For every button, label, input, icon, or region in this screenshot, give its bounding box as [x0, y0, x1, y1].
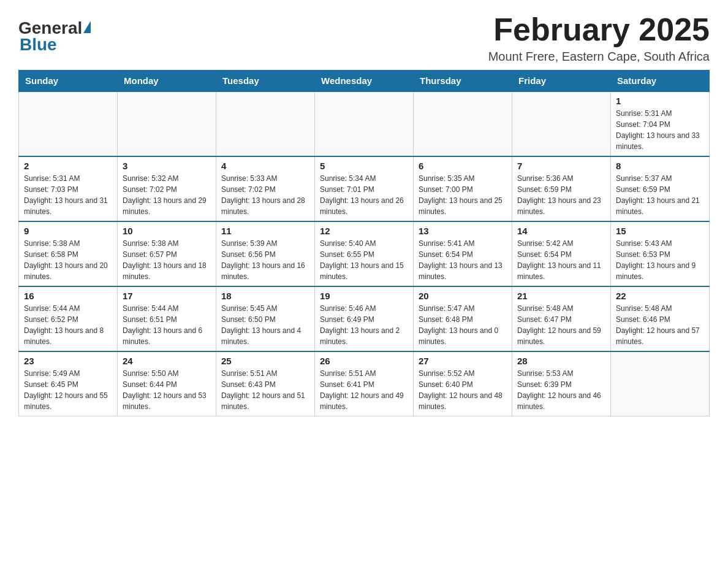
day-number: 28 [517, 356, 605, 366]
day-info: Sunrise: 5:46 AMSunset: 6:49 PMDaylight:… [320, 304, 400, 346]
day-info: Sunrise: 5:33 AMSunset: 7:02 PMDaylight:… [221, 174, 305, 216]
day-number: 27 [419, 356, 507, 366]
calendar-cell: 17Sunrise: 5:44 AMSunset: 6:51 PMDayligh… [118, 286, 216, 351]
day-number: 4 [221, 161, 309, 171]
day-number: 9 [24, 226, 112, 236]
day-info: Sunrise: 5:40 AMSunset: 6:55 PMDaylight:… [320, 239, 404, 281]
day-number: 26 [320, 356, 408, 366]
day-info: Sunrise: 5:31 AMSunset: 7:03 PMDaylight:… [24, 174, 108, 216]
day-number: 7 [517, 161, 605, 171]
day-info: Sunrise: 5:41 AMSunset: 6:54 PMDaylight:… [419, 239, 502, 281]
calendar-cell: 27Sunrise: 5:52 AMSunset: 6:40 PMDayligh… [414, 351, 512, 416]
header-day-saturday: Saturday [611, 71, 710, 92]
logo-triangle-icon [83, 21, 91, 33]
calendar-cell: 22Sunrise: 5:48 AMSunset: 6:46 PMDayligh… [611, 286, 710, 351]
calendar-week-2: 2Sunrise: 5:31 AMSunset: 7:03 PMDaylight… [19, 156, 710, 221]
header-day-friday: Friday [512, 71, 611, 92]
day-info: Sunrise: 5:47 AMSunset: 6:48 PMDaylight:… [419, 304, 498, 346]
calendar-cell: 2Sunrise: 5:31 AMSunset: 7:03 PMDaylight… [19, 156, 118, 221]
calendar-cell: 16Sunrise: 5:44 AMSunset: 6:52 PMDayligh… [19, 286, 118, 351]
day-number: 10 [123, 226, 211, 236]
calendar-table: SundayMondayTuesdayWednesdayThursdayFrid… [18, 70, 710, 416]
main-title: February 2025 [488, 12, 710, 47]
calendar-cell: 6Sunrise: 5:35 AMSunset: 7:00 PMDaylight… [414, 156, 512, 221]
header-day-wednesday: Wednesday [315, 71, 414, 92]
day-info: Sunrise: 5:34 AMSunset: 7:01 PMDaylight:… [320, 174, 404, 216]
day-number: 17 [123, 291, 211, 301]
calendar-cell: 10Sunrise: 5:38 AMSunset: 6:57 PMDayligh… [118, 221, 216, 286]
day-number: 23 [24, 356, 112, 366]
day-info: Sunrise: 5:50 AMSunset: 6:44 PMDaylight:… [123, 369, 207, 411]
day-number: 13 [419, 226, 507, 236]
day-info: Sunrise: 5:31 AMSunset: 7:04 PMDaylight:… [616, 109, 700, 151]
day-number: 20 [419, 291, 507, 301]
day-number: 12 [320, 226, 408, 236]
day-info: Sunrise: 5:38 AMSunset: 6:58 PMDaylight:… [24, 239, 108, 281]
day-number: 16 [24, 291, 112, 301]
calendar-cell: 25Sunrise: 5:51 AMSunset: 6:43 PMDayligh… [216, 351, 315, 416]
calendar-cell: 13Sunrise: 5:41 AMSunset: 6:54 PMDayligh… [414, 221, 512, 286]
calendar-week-3: 9Sunrise: 5:38 AMSunset: 6:58 PMDaylight… [19, 221, 710, 286]
page-header: General Blue February 2025 Mount Frere, … [18, 12, 710, 64]
calendar-cell: 4Sunrise: 5:33 AMSunset: 7:02 PMDaylight… [216, 156, 315, 221]
calendar-cell: 18Sunrise: 5:45 AMSunset: 6:50 PMDayligh… [216, 286, 315, 351]
day-info: Sunrise: 5:49 AMSunset: 6:45 PMDaylight:… [24, 369, 108, 411]
calendar-cell: 9Sunrise: 5:38 AMSunset: 6:58 PMDaylight… [19, 221, 118, 286]
calendar-cell [118, 91, 216, 156]
calendar-cell: 7Sunrise: 5:36 AMSunset: 6:59 PMDaylight… [512, 156, 611, 221]
day-info: Sunrise: 5:35 AMSunset: 7:00 PMDaylight:… [419, 174, 502, 216]
day-number: 24 [123, 356, 211, 366]
calendar-cell [512, 91, 611, 156]
day-number: 19 [320, 291, 408, 301]
day-info: Sunrise: 5:44 AMSunset: 6:52 PMDaylight:… [24, 304, 104, 346]
day-number: 1 [616, 96, 704, 106]
calendar-week-1: 1Sunrise: 5:31 AMSunset: 7:04 PMDaylight… [19, 91, 710, 156]
calendar-cell: 28Sunrise: 5:53 AMSunset: 6:39 PMDayligh… [512, 351, 611, 416]
calendar-cell: 11Sunrise: 5:39 AMSunset: 6:56 PMDayligh… [216, 221, 315, 286]
day-number: 6 [419, 161, 507, 171]
calendar-cell: 12Sunrise: 5:40 AMSunset: 6:55 PMDayligh… [315, 221, 414, 286]
day-info: Sunrise: 5:45 AMSunset: 6:50 PMDaylight:… [221, 304, 301, 346]
logo: General Blue [18, 12, 91, 55]
day-info: Sunrise: 5:53 AMSunset: 6:39 PMDaylight:… [517, 369, 601, 411]
day-info: Sunrise: 5:32 AMSunset: 7:02 PMDaylight:… [123, 174, 207, 216]
day-info: Sunrise: 5:38 AMSunset: 6:57 PMDaylight:… [123, 239, 207, 281]
calendar-cell: 19Sunrise: 5:46 AMSunset: 6:49 PMDayligh… [315, 286, 414, 351]
day-number: 15 [616, 226, 704, 236]
day-info: Sunrise: 5:36 AMSunset: 6:59 PMDaylight:… [517, 174, 601, 216]
day-info: Sunrise: 5:48 AMSunset: 6:47 PMDaylight:… [517, 304, 601, 346]
calendar-cell: 8Sunrise: 5:37 AMSunset: 6:59 PMDaylight… [611, 156, 710, 221]
calendar-cell: 21Sunrise: 5:48 AMSunset: 6:47 PMDayligh… [512, 286, 611, 351]
calendar-cell: 23Sunrise: 5:49 AMSunset: 6:45 PMDayligh… [19, 351, 118, 416]
calendar-cell: 26Sunrise: 5:51 AMSunset: 6:41 PMDayligh… [315, 351, 414, 416]
header-day-sunday: Sunday [19, 71, 118, 92]
day-info: Sunrise: 5:43 AMSunset: 6:53 PMDaylight:… [616, 239, 696, 281]
calendar-cell: 3Sunrise: 5:32 AMSunset: 7:02 PMDaylight… [118, 156, 216, 221]
day-info: Sunrise: 5:42 AMSunset: 6:54 PMDaylight:… [517, 239, 601, 281]
day-info: Sunrise: 5:51 AMSunset: 6:43 PMDaylight:… [221, 369, 305, 411]
calendar-cell: 15Sunrise: 5:43 AMSunset: 6:53 PMDayligh… [611, 221, 710, 286]
day-number: 22 [616, 291, 704, 301]
day-number: 3 [123, 161, 211, 171]
day-info: Sunrise: 5:39 AMSunset: 6:56 PMDaylight:… [221, 239, 305, 281]
calendar-cell [216, 91, 315, 156]
calendar-week-5: 23Sunrise: 5:49 AMSunset: 6:45 PMDayligh… [19, 351, 710, 416]
subtitle: Mount Frere, Eastern Cape, South Africa [488, 50, 710, 64]
calendar-cell [19, 91, 118, 156]
calendar-cell [315, 91, 414, 156]
header-day-thursday: Thursday [414, 71, 512, 92]
header-day-monday: Monday [118, 71, 216, 92]
calendar-cell: 14Sunrise: 5:42 AMSunset: 6:54 PMDayligh… [512, 221, 611, 286]
calendar-cell: 5Sunrise: 5:34 AMSunset: 7:01 PMDaylight… [315, 156, 414, 221]
day-number: 21 [517, 291, 605, 301]
title-section: February 2025 Mount Frere, Eastern Cape,… [488, 12, 710, 64]
logo-blue-text: Blue [20, 35, 57, 55]
calendar-cell [611, 351, 710, 416]
day-info: Sunrise: 5:51 AMSunset: 6:41 PMDaylight:… [320, 369, 404, 411]
day-info: Sunrise: 5:37 AMSunset: 6:59 PMDaylight:… [616, 174, 700, 216]
calendar-week-4: 16Sunrise: 5:44 AMSunset: 6:52 PMDayligh… [19, 286, 710, 351]
calendar-cell: 24Sunrise: 5:50 AMSunset: 6:44 PMDayligh… [118, 351, 216, 416]
day-info: Sunrise: 5:44 AMSunset: 6:51 PMDaylight:… [123, 304, 202, 346]
day-info: Sunrise: 5:48 AMSunset: 6:46 PMDaylight:… [616, 304, 700, 346]
calendar-cell: 1Sunrise: 5:31 AMSunset: 7:04 PMDaylight… [611, 91, 710, 156]
